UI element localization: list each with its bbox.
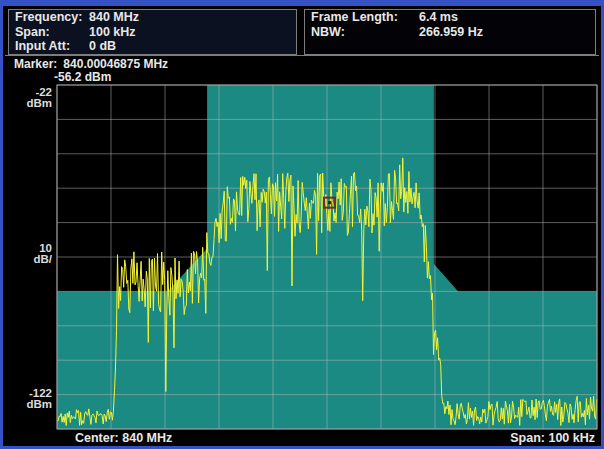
spectrum-plot[interactable]: [0, 0, 604, 449]
span-annotation: Span: 100 kHz: [510, 431, 595, 445]
marker-dot: [328, 201, 331, 204]
spectrum-analyzer-screen: Frequency: 840 MHz Span: 100 kHz Input A…: [0, 0, 604, 449]
center-frequency-annotation: Center: 840 MHz: [75, 431, 172, 445]
